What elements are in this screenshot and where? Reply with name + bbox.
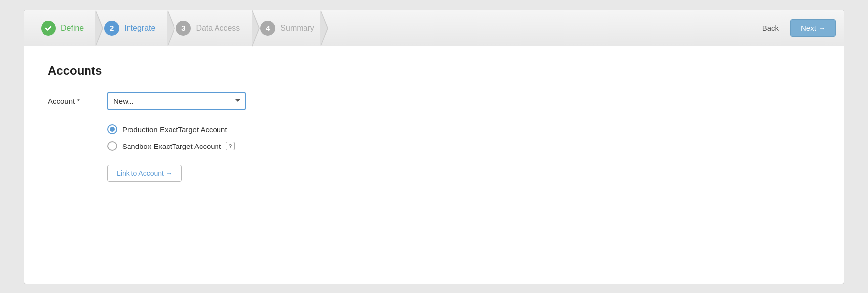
help-icon-sandbox[interactable]: ? xyxy=(226,142,235,150)
step-define[interactable]: Define xyxy=(32,10,95,46)
step-label-integrate: Integrate xyxy=(124,24,155,33)
radio-sandbox[interactable]: Sandbox ExactTarget Account ? xyxy=(107,141,820,151)
radio-circle-production xyxy=(107,124,117,134)
link-account-button[interactable]: Link to Account → xyxy=(107,165,182,182)
next-button[interactable]: Next → xyxy=(790,19,836,37)
step-label-data-access: Data Access xyxy=(196,24,240,33)
account-form-row: Account * New... Existing Account xyxy=(48,92,820,110)
link-account-wrapper: Link to Account → xyxy=(48,165,820,182)
radio-circle-sandbox xyxy=(107,141,117,151)
radio-group: Production ExactTarget Account Sandbox E… xyxy=(107,124,820,151)
content-area: Accounts Account * New... Existing Accou… xyxy=(24,46,844,284)
account-label: Account * xyxy=(48,97,97,105)
steps-list: Define 2 Integrate 3 Data Access 4 Summa… xyxy=(32,10,746,46)
step-summary[interactable]: 4 Summary xyxy=(252,10,320,46)
step-number-define xyxy=(41,21,56,36)
step-number-summary: 4 xyxy=(260,21,275,36)
step-data-access[interactable]: 3 Data Access xyxy=(167,10,252,46)
wizard-container: Define 2 Integrate 3 Data Access 4 Summa… xyxy=(24,10,844,284)
step-label-summary: Summary xyxy=(280,24,314,33)
account-select[interactable]: New... Existing Account xyxy=(107,92,246,110)
step-number-data-access: 3 xyxy=(176,21,191,36)
steps-bar: Define 2 Integrate 3 Data Access 4 Summa… xyxy=(24,10,844,46)
check-icon xyxy=(44,24,52,32)
steps-actions: Back Next → xyxy=(746,19,836,37)
step-label-define: Define xyxy=(61,24,84,33)
step-number-integrate: 2 xyxy=(104,21,119,36)
radio-production[interactable]: Production ExactTarget Account xyxy=(107,124,820,134)
radio-label-sandbox: Sandbox ExactTarget Account xyxy=(122,142,221,150)
step-integrate[interactable]: 2 Integrate xyxy=(95,10,167,46)
section-title: Accounts xyxy=(48,64,820,78)
back-button[interactable]: Back xyxy=(756,21,784,35)
radio-label-production: Production ExactTarget Account xyxy=(122,125,227,134)
